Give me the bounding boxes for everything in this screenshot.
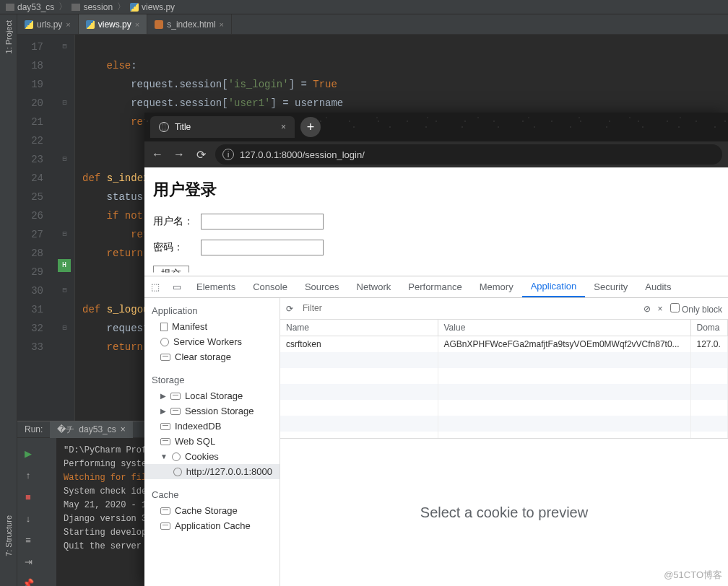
breadcrumb-item[interactable]: day53_cs <box>6 2 54 12</box>
dt-tab-performance[interactable]: Performance <box>399 276 470 297</box>
tab-views-py[interactable]: views.py× <box>79 14 147 34</box>
clear-icon[interactable]: ⊘ <box>644 304 651 314</box>
folder-icon <box>72 4 80 11</box>
breadcrumb-sep: 〉 <box>58 1 67 13</box>
step-down-button[interactable]: ↓ <box>20 510 36 526</box>
breadcrumb-sep: 〉 <box>117 1 126 13</box>
storage-icon <box>160 507 170 515</box>
python-file-icon <box>86 20 95 29</box>
pin-button[interactable]: 📌 <box>20 575 36 586</box>
only-blocked-checkbox[interactable]: Only block <box>670 303 722 315</box>
python-file-icon <box>25 20 33 29</box>
tab-s-index-html[interactable]: s_index.html× <box>147 14 232 34</box>
project-tool-button[interactable]: 1: Project <box>4 20 13 53</box>
sidebar-item-manifest[interactable]: Manifest <box>144 319 280 334</box>
username-input[interactable] <box>201 214 324 229</box>
tab-urls-py[interactable]: urls.py× <box>17 14 79 34</box>
reload-button[interactable]: ⟳ <box>194 148 208 162</box>
new-tab-button[interactable]: + <box>300 117 321 137</box>
device-toggle-icon[interactable]: ▭ <box>166 276 188 297</box>
devtools-tabs: ⬚ ▭ Elements Console Sources Network Per… <box>144 276 728 298</box>
cookie-filter-input[interactable] <box>300 301 575 316</box>
sidebar-section-storage: Storage <box>144 372 280 388</box>
dt-tab-console[interactable]: Console <box>244 276 296 297</box>
structure-tool-button[interactable]: 7: Structure <box>4 515 13 556</box>
breadcrumb-item[interactable]: views.py <box>130 2 175 12</box>
sidebar-section-application: Application <box>144 302 280 319</box>
sidebar-item-websql[interactable]: Web SQL <box>144 434 280 449</box>
col-value[interactable]: Value <box>438 320 690 336</box>
run-toolbar: ▶↑ ■↓ ≡⇥ 📌🖶 🗑 <box>17 438 56 586</box>
database-icon <box>160 438 170 445</box>
document-icon <box>160 323 168 331</box>
browser-tabbar: Title × + <box>144 113 728 141</box>
breadcrumb-item[interactable]: session <box>72 2 113 12</box>
devtools-sidebar[interactable]: Application Manifest Service Workers Cle… <box>144 298 280 586</box>
devtools-panel: ⬚ ▭ Elements Console Sources Network Per… <box>144 276 728 586</box>
password-input[interactable] <box>201 240 324 255</box>
sidebar-item-indexeddb[interactable]: IndexedDB <box>144 419 280 434</box>
browser-tab-title: Title <box>175 122 191 132</box>
storage-icon <box>160 522 170 530</box>
browser-window: Title × + ← → ⟳ i 127.0.0.1:8000/session… <box>144 113 728 586</box>
sidebar-item-application-cache[interactable]: Application Cache <box>144 518 280 533</box>
cookie-table[interactable]: Name Value Doma csrftokenAGBnXPHFWceFGa2… <box>280 320 728 439</box>
sidebar-item-cookie-origin[interactable]: http://127.0.0.1:8000 <box>144 464 280 479</box>
breadcrumb: day53_cs 〉 session 〉 views.py <box>0 0 728 14</box>
sidebar-item-local-storage[interactable]: ▶Local Storage <box>144 388 280 403</box>
storage-icon <box>160 354 170 361</box>
sidebar-section-cache: Cache <box>144 486 280 503</box>
bookmark-icon: H <box>58 259 71 272</box>
cookie-icon <box>173 468 182 476</box>
sidebar-item-session-storage[interactable]: ▶Session Storage <box>144 403 280 419</box>
close-icon[interactable]: × <box>121 424 126 434</box>
editor-tabbar: urls.py× views.py× s_index.html× <box>17 14 728 35</box>
line-gutter: 1718192021222324252627282930313233 <box>17 35 55 421</box>
url-text: 127.0.0.1:8000/session_login/ <box>240 149 365 160</box>
browser-tab[interactable]: Title × <box>150 116 295 138</box>
dt-tab-audits[interactable]: Audits <box>636 276 680 297</box>
close-icon[interactable]: × <box>220 20 224 29</box>
dt-tab-network[interactable]: Network <box>348 276 400 297</box>
url-field[interactable]: i 127.0.0.1:8000/session_login/ <box>215 144 722 165</box>
layout-button[interactable]: ≡ <box>20 532 36 548</box>
back-button[interactable]: ← <box>150 148 165 161</box>
col-name[interactable]: Name <box>280 320 438 336</box>
close-icon[interactable]: × <box>281 122 286 132</box>
python-file-icon <box>130 3 139 12</box>
dt-tab-elements[interactable]: Elements <box>188 276 244 297</box>
inspect-icon[interactable]: ⬚ <box>144 276 166 297</box>
run-title: Run: <box>25 424 43 434</box>
close-icon[interactable]: × <box>135 20 139 29</box>
storage-icon <box>170 408 181 415</box>
dt-tab-application[interactable]: Application <box>522 276 586 297</box>
folder-icon <box>6 4 14 11</box>
dt-tab-memory[interactable]: Memory <box>471 276 522 297</box>
globe-icon <box>159 122 169 132</box>
sidebar-item-clear-storage[interactable]: Clear storage <box>144 349 280 364</box>
close-icon[interactable]: × <box>66 20 70 29</box>
sidebar-item-cookies[interactable]: ▼Cookies <box>144 449 280 464</box>
sidebar-item-cache-storage[interactable]: Cache Storage <box>144 503 280 518</box>
cookie-preview-hint: Select a cookie to preview <box>280 439 728 586</box>
table-row[interactable]: csrftokenAGBnXPHFWceFGa2mafjtFa9tsyVOEm0… <box>280 336 728 353</box>
password-label: 密码： <box>153 241 194 254</box>
dt-tab-security[interactable]: Security <box>585 276 636 297</box>
stop-button[interactable]: ■ <box>20 489 36 504</box>
refresh-icon[interactable]: ⟳ <box>286 304 293 314</box>
site-info-icon[interactable]: i <box>222 149 234 160</box>
sidebar-item-service-workers[interactable]: Service Workers <box>144 334 280 349</box>
close-icon[interactable]: × <box>658 304 663 314</box>
gear-icon <box>160 338 169 346</box>
dt-tab-sources[interactable]: Sources <box>296 276 348 297</box>
fold-column: ⊟⊟⊟⊟⊟⊟ <box>55 35 75 421</box>
left-tool-strip: 1: Project 7: Structure <box>0 14 17 586</box>
softwrap-button[interactable]: ⇥ <box>20 554 36 569</box>
step-up-button[interactable]: ↑ <box>20 467 36 483</box>
rerun-button[interactable]: ▶ <box>20 445 36 461</box>
col-domain[interactable]: Doma <box>690 320 728 336</box>
watermark: @51CTO博客 <box>664 569 722 582</box>
cookie-icon <box>172 452 181 461</box>
forward-button[interactable]: → <box>172 148 186 161</box>
run-config-tab[interactable]: �チday53_cs× <box>50 421 132 438</box>
